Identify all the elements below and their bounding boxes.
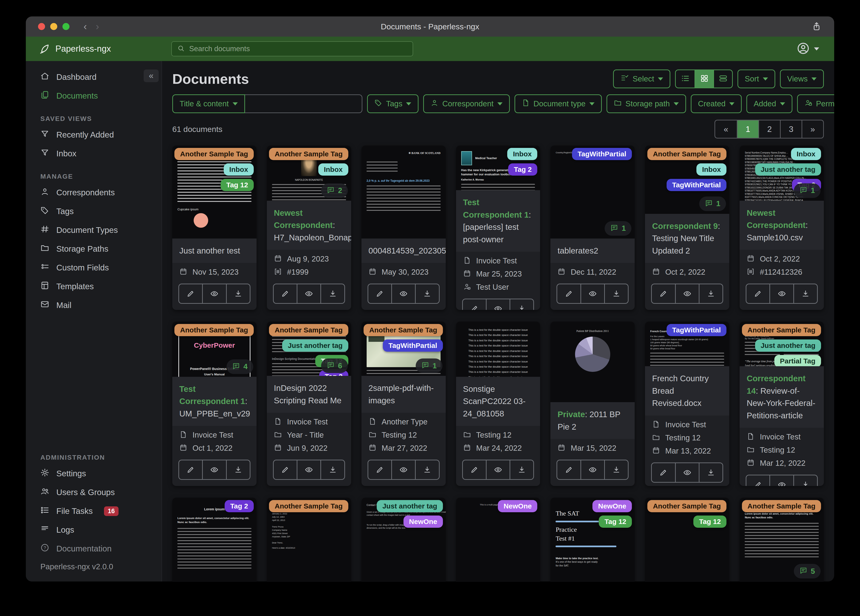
sidebar-item-file-tasks[interactable]: File Tasks16 <box>26 502 162 520</box>
document-thumbnail[interactable]: Adobe Acrobat PDF FilesCupcake ipsumAnot… <box>172 146 257 239</box>
document-card[interactable]: This is a multi page document. Page 1.Ne… <box>456 498 540 581</box>
edit-document-button[interactable] <box>557 460 580 479</box>
correspondent-link[interactable]: Correspondent 9 <box>652 222 718 231</box>
tag-pill[interactable]: NewOne <box>403 515 443 528</box>
global-search[interactable] <box>171 41 413 57</box>
view-document-button[interactable] <box>297 284 320 303</box>
document-card[interactable]: Test NameJanuary 2, 2022July 14, 1984Apr… <box>267 498 351 581</box>
document-title[interactable]: Test Correspondent 1: [paperless] test p… <box>456 190 540 251</box>
document-card[interactable]: The SATPracticeTest #1Make time to take … <box>551 498 635 581</box>
edit-document-button[interactable] <box>746 475 769 486</box>
document-card[interactable]: Serial Number,Company Name,Employ…978818… <box>739 146 824 310</box>
document-card[interactable]: Lorem ipsumLorem ipsum dolor sit amet, c… <box>739 498 824 581</box>
document-thumbnail[interactable]: Patient BP Distribution 2011 <box>551 322 635 402</box>
sidebar-item-users-groups[interactable]: Users & Groups <box>26 483 162 502</box>
edit-document-button[interactable] <box>652 284 675 303</box>
tag-pill[interactable]: Another Sample Tag <box>174 148 254 160</box>
filter-button-document-type[interactable]: Document type <box>515 94 602 113</box>
download-document-button[interactable] <box>793 284 817 303</box>
document-thumbnail[interactable]: This is a test for the double space char… <box>456 322 540 377</box>
tag-pill[interactable]: TagWithPartial <box>572 148 632 160</box>
document-thumbnail[interactable]: Test NameJanuary 2, 2022July 14, 1984Apr… <box>267 498 351 581</box>
zoom-window-button[interactable] <box>63 23 69 30</box>
document-thumbnail[interactable]: Contact Sheet DemoGiven a set of image f… <box>361 498 446 581</box>
app-name[interactable]: Paperless-ngx <box>55 44 111 54</box>
document-card[interactable]: Patient BP Distribution 2011Private: 201… <box>551 322 635 486</box>
sidebar-item-logs[interactable]: Logs <box>26 520 162 539</box>
document-title[interactable]: Test Correspondent 1: UM_PPBE_en_v29 <box>172 377 257 426</box>
tag-pill[interactable]: TagWithPartial <box>667 179 727 191</box>
tag-pill[interactable]: Tag 12 <box>694 515 727 528</box>
document-card[interactable]: one,1.0five,5.0Another Sample TagInboxTa… <box>645 146 729 310</box>
sidebar-item-settings[interactable]: Settings <box>26 464 162 483</box>
tag-pill[interactable]: Inbox <box>318 163 348 176</box>
filter-button-created[interactable]: Created <box>691 94 742 113</box>
tag-pill[interactable]: Just another tag <box>755 163 821 176</box>
document-card[interactable]: Another Sample TagTagWithPartial12sample… <box>361 322 446 486</box>
tag-pill[interactable]: Another Sample Tag <box>742 500 821 512</box>
sidebar-item-documents[interactable]: Documents <box>26 86 162 105</box>
document-thumbnail[interactable]: ✳ BANK OF SCOTLAND2,0 % p. a. auf Ihr Ta… <box>361 146 446 239</box>
view-document-button[interactable] <box>769 475 793 486</box>
user-menu[interactable] <box>797 42 819 56</box>
document-thumbnail[interactable]: Medical TeacherHas the new Kirkpatrick g… <box>456 146 540 190</box>
view-document-button[interactable] <box>675 463 699 482</box>
correspondent-link[interactable]: Private <box>557 410 585 419</box>
title-content-input[interactable] <box>245 94 363 113</box>
comment-count-pill[interactable]: 4 <box>226 360 253 374</box>
view-document-button[interactable] <box>202 284 226 303</box>
tag-pill[interactable]: NewOne <box>592 500 632 512</box>
pagination-page-2[interactable]: 2 <box>758 120 780 138</box>
sidebar-item-document-types[interactable]: Document Types <box>26 221 162 239</box>
tag-pill[interactable]: Just another tag <box>377 500 443 512</box>
tag-pill[interactable]: Tag 12 <box>599 515 632 528</box>
pagination-prev[interactable]: « <box>715 120 737 138</box>
view-document-button[interactable] <box>675 284 699 303</box>
edit-document-button[interactable] <box>179 284 202 303</box>
view-document-button[interactable] <box>581 460 604 479</box>
tag-pill[interactable]: Another Sample Tag <box>174 324 254 336</box>
download-document-button[interactable] <box>604 460 628 479</box>
document-title[interactable]: Newest Correspondent: H7_Napoleon_Bonapa… <box>267 201 351 250</box>
edit-document-button[interactable] <box>274 284 297 303</box>
view-document-button[interactable] <box>297 460 320 479</box>
filter-button-tags[interactable]: Tags <box>367 94 419 113</box>
document-thumbnail[interactable]: Review of New York Federal Court Confirm… <box>739 322 824 366</box>
document-thumbnail[interactable]: one,1.0five,5.0Another Sample TagInboxTa… <box>645 146 729 214</box>
view-document-button[interactable] <box>486 299 510 310</box>
filter-button-added[interactable]: Added <box>746 94 792 113</box>
comment-count-pill[interactable]: 6 <box>321 358 348 373</box>
tag-pill[interactable]: Tag 2 <box>508 163 537 176</box>
sidebar-item-templates[interactable]: Templates <box>26 277 162 296</box>
sort-button[interactable]: Sort <box>738 69 775 88</box>
edit-document-button[interactable] <box>746 284 769 303</box>
sidebar-item-storage-paths[interactable]: Storage Paths <box>26 239 162 258</box>
download-document-button[interactable] <box>699 463 722 482</box>
document-thumbnail[interactable]: Serial Number,Company Name,Employ…978818… <box>739 146 824 201</box>
document-card[interactable]: Francja pod rządami NapoleonaNAPOLEON BO… <box>267 146 351 310</box>
document-thumbnail[interactable]: Country,Region/State,"City","Table…TagWi… <box>551 146 635 239</box>
download-document-button[interactable] <box>510 299 533 310</box>
document-card[interactable]: This is a test for the double space char… <box>456 322 540 486</box>
browser-back-button[interactable]: ‹ <box>83 22 87 31</box>
comment-count-pill[interactable]: 1 <box>605 221 631 236</box>
correspondent-link[interactable]: Test Correspondent 1 <box>463 198 529 219</box>
document-thumbnail[interactable]: Francja pod rządami NapoleonaNAPOLEON BO… <box>267 146 351 201</box>
document-card[interactable]: Medical TeacherHas the new Kirkpatrick g… <box>456 146 540 310</box>
view-document-button[interactable] <box>581 284 604 303</box>
title-content-dropdown[interactable]: Title & content <box>172 94 245 113</box>
tag-pill[interactable]: Inbox <box>697 163 727 176</box>
tag-pill[interactable]: Another Sample Tag <box>269 324 348 336</box>
document-thumbnail[interactable]: This is a testAnother Sample TagTag 12 <box>645 498 729 581</box>
views-button[interactable]: Views <box>780 69 824 88</box>
document-thumbnail[interactable]: CyberPowerPowerPanel® Business EditionUs… <box>172 322 257 377</box>
tag-pill[interactable]: Another Sample Tag <box>269 148 348 160</box>
tag-pill[interactable]: Partial Tag <box>774 355 821 366</box>
document-card[interactable]: Review of New York Federal Court Confirm… <box>739 322 824 486</box>
tag-pill[interactable]: TagWithPartial <box>383 339 443 352</box>
document-card[interactable]: Contact Sheet DemoGiven a set of image f… <box>361 498 446 581</box>
tag-pill[interactable]: Just another tag <box>755 339 821 352</box>
document-card[interactable]: Adobe Acrobat PDF FilesCupcake ipsumAnot… <box>172 146 257 310</box>
edit-document-button[interactable] <box>652 463 675 482</box>
edit-document-button[interactable] <box>274 460 297 479</box>
